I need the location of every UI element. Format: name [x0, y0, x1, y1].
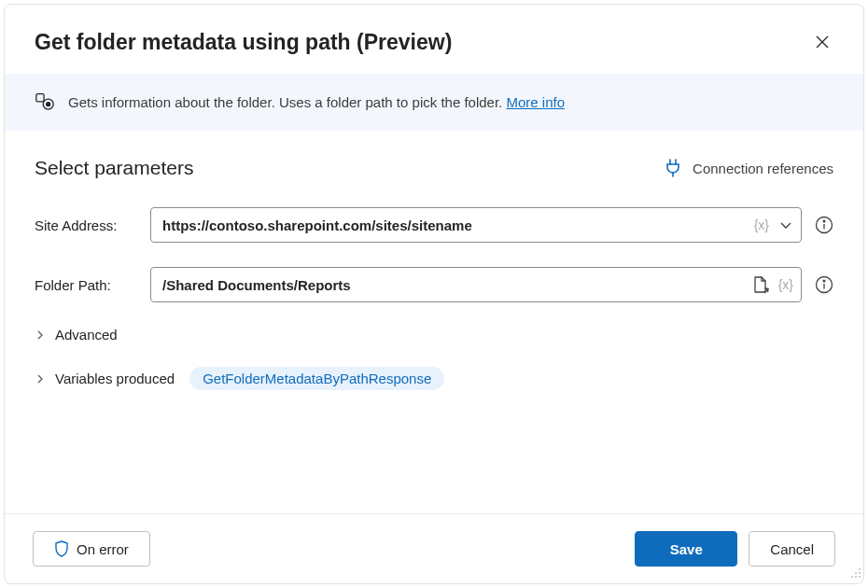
more-info-link[interactable]: More info — [506, 94, 565, 110]
on-error-label: On error — [77, 541, 129, 557]
svg-point-4 — [47, 103, 50, 106]
variables-produced-toggle[interactable]: Variables produced GetFolderMetadataByPa… — [35, 367, 833, 390]
dialog-footer: On error Save Cancel — [5, 513, 863, 583]
file-picker-icon[interactable] — [752, 275, 769, 294]
footer-right: Save Cancel — [635, 531, 835, 567]
svg-point-19 — [855, 576, 857, 578]
section-header-row: Select parameters Connection references — [35, 157, 833, 179]
svg-point-18 — [851, 576, 853, 578]
resize-grip-icon[interactable] — [848, 566, 861, 581]
advanced-label: Advanced — [55, 327, 118, 343]
svg-point-13 — [823, 280, 825, 282]
advanced-toggle[interactable]: Advanced — [35, 327, 833, 343]
section-title: Select parameters — [35, 157, 193, 179]
cancel-button[interactable]: Cancel — [749, 531, 835, 567]
connection-references-button[interactable]: Connection references — [665, 159, 833, 177]
on-error-button[interactable]: On error — [33, 531, 150, 567]
dialog-title: Get folder metadata using path (Preview) — [35, 30, 452, 55]
folder-path-input[interactable] — [162, 277, 752, 293]
banner-description: Gets information about the folder. Uses … — [68, 94, 506, 110]
svg-point-9 — [823, 220, 825, 222]
site-address-input[interactable] — [162, 217, 754, 233]
param-row-folder-path: Folder Path: {x} — [35, 267, 833, 302]
variable-chip[interactable]: GetFolderMetadataByPathResponse — [189, 367, 444, 390]
svg-rect-2 — [36, 94, 44, 102]
variables-produced-label: Variables produced — [55, 371, 175, 386]
site-address-input-icons: {x} — [754, 217, 793, 232]
svg-point-17 — [859, 572, 861, 574]
chevron-right-icon — [35, 329, 46, 341]
info-icon[interactable] — [815, 216, 833, 234]
cancel-label: Cancel — [770, 541, 814, 557]
close-icon — [815, 35, 830, 49]
svg-point-16 — [855, 572, 857, 574]
connection-references-label: Connection references — [693, 161, 833, 176]
svg-point-15 — [859, 568, 861, 570]
site-address-label: Site Address: — [35, 217, 137, 233]
dialog-header: Get folder metadata using path (Preview) — [5, 5, 863, 74]
param-row-site-address: Site Address: {x} — [35, 207, 833, 243]
chevron-down-icon[interactable] — [778, 217, 793, 232]
shield-icon — [54, 540, 69, 557]
save-button[interactable]: Save — [635, 531, 737, 567]
info-icon[interactable] — [815, 275, 833, 294]
dialog-body: Select parameters Connection references … — [5, 131, 863, 513]
connector-icon — [35, 91, 55, 114]
fx-token-icon[interactable]: {x} — [778, 277, 793, 292]
folder-path-label: Folder Path: — [35, 277, 137, 293]
banner-text: Gets information about the folder. Uses … — [68, 94, 565, 110]
site-address-input-wrap[interactable]: {x} — [150, 207, 802, 243]
fx-token-icon[interactable]: {x} — [754, 217, 769, 232]
chevron-right-icon — [35, 373, 46, 385]
folder-path-input-icons: {x} — [752, 275, 793, 294]
svg-point-20 — [859, 576, 861, 578]
dialog: Get folder metadata using path (Preview)… — [4, 4, 864, 584]
close-button[interactable] — [809, 29, 835, 55]
info-banner: Gets information about the folder. Uses … — [5, 74, 863, 131]
save-label: Save — [670, 541, 703, 557]
plug-icon — [665, 159, 681, 177]
folder-path-input-wrap[interactable]: {x} — [150, 267, 802, 302]
